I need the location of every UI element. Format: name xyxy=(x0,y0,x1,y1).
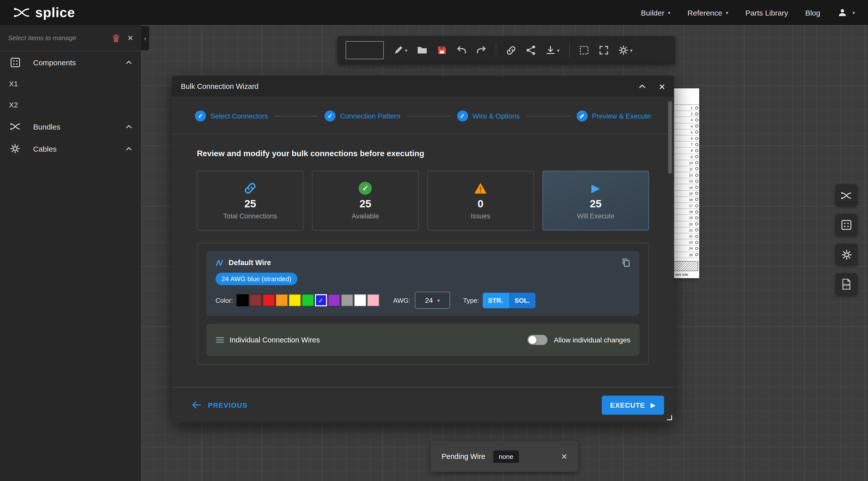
marquee-select-button[interactable] xyxy=(579,45,589,55)
color-swatch-red[interactable] xyxy=(262,294,275,306)
nav-builder[interactable]: Builder ▾ xyxy=(641,8,670,17)
stats-row: 25 Total Connections ✓ 25 Available 0 Is… xyxy=(197,171,649,230)
design-name-input[interactable] xyxy=(346,41,384,59)
previous-button[interactable]: PREVIOUS xyxy=(189,400,251,410)
stat-total-connections: 25 Total Connections xyxy=(197,171,304,230)
nav-blog-label: Blog xyxy=(805,8,820,17)
nav-reference[interactable]: Reference ▾ xyxy=(687,8,728,17)
play-icon: ▶ xyxy=(591,181,600,195)
sidebar-selection-bar: Select items to manage × xyxy=(0,25,141,51)
step-wire-options[interactable]: ✓ Wire & Options xyxy=(457,110,520,122)
pending-wire-label: Pending Wire xyxy=(441,452,485,460)
component-label: X1 xyxy=(9,80,18,88)
edit-tool-button[interactable]: ▾ xyxy=(393,45,407,55)
warning-icon xyxy=(474,181,487,195)
previous-label: PREVIOUS xyxy=(208,401,248,409)
stat-issues: 0 Issues xyxy=(427,171,534,230)
sidebar-item-label: Bundles xyxy=(33,122,126,131)
step-complete-icon: ✓ xyxy=(324,110,336,122)
step-label: Select Connectors xyxy=(211,112,268,120)
color-swatch-blue[interactable]: ✓ xyxy=(315,294,327,306)
step-select-connectors[interactable]: ✓ Select Connectors xyxy=(195,110,268,122)
link-button[interactable] xyxy=(506,45,516,56)
wire-icon xyxy=(216,259,223,266)
chevron-down-icon: ▾ xyxy=(668,10,670,15)
pdf-export-button[interactable]: PDF xyxy=(835,273,858,295)
share-button[interactable] xyxy=(526,45,536,55)
color-swatch-orange[interactable] xyxy=(276,294,287,306)
list-icon xyxy=(216,336,224,344)
sidebar-item-components[interactable]: Components xyxy=(0,51,141,73)
nav-parts-library[interactable]: Parts Library xyxy=(745,8,788,17)
execute-button[interactable]: EXECUTE ▶ xyxy=(601,395,664,414)
sidebar-item-bundles[interactable]: Bundles xyxy=(0,116,141,137)
divider xyxy=(172,134,674,134)
toolbar-divider xyxy=(569,43,569,57)
toast-close-button[interactable]: × xyxy=(561,451,567,461)
save-button[interactable] xyxy=(437,45,447,55)
fit-to-screen-button[interactable] xyxy=(599,45,609,55)
delete-selection-button[interactable] xyxy=(112,33,121,42)
modal-close-button[interactable]: × xyxy=(659,81,665,92)
cables-tool-button[interactable] xyxy=(835,244,858,266)
chevron-up-icon[interactable] xyxy=(126,124,132,129)
selection-placeholder: Select items to manage xyxy=(8,34,104,42)
color-swatch-gray[interactable] xyxy=(341,294,353,306)
bundles-tool-button[interactable] xyxy=(835,184,858,206)
settings-button[interactable]: ▾ xyxy=(618,45,632,55)
color-swatch-pink[interactable] xyxy=(367,294,379,306)
right-toolbar: PDF xyxy=(835,184,858,295)
color-swatch-purple[interactable] xyxy=(328,294,340,306)
download-button[interactable]: ▾ xyxy=(546,45,560,55)
type-stranded-button[interactable]: STR. xyxy=(483,292,508,308)
color-swatch-yellow[interactable] xyxy=(288,294,301,306)
modal-resize-handle[interactable] xyxy=(667,415,672,420)
color-swatch-green[interactable] xyxy=(302,294,314,306)
awg-select[interactable]: 24 ▾ xyxy=(415,292,450,309)
splice-logo[interactable]: splice xyxy=(13,5,75,20)
cables-icon xyxy=(9,143,21,154)
sidebar-collapse-button[interactable]: ‹ xyxy=(141,26,149,50)
chevron-up-icon[interactable] xyxy=(126,60,132,65)
stat-value: 25 xyxy=(590,198,601,210)
modal-collapse-button[interactable] xyxy=(638,84,646,89)
wire-controls-row: Color: ✓ AWG: 24 ▾ Type: STR. SOL. xyxy=(216,292,630,309)
nav-reference-label: Reference xyxy=(687,8,722,17)
wire-options-container: Default Wire 24 AWG blue (stranded) Colo… xyxy=(197,243,649,364)
chevron-down-icon: ▾ xyxy=(726,10,728,15)
color-swatch-white[interactable] xyxy=(354,294,366,306)
modal-title: Bulk Connection Wizard xyxy=(181,82,259,90)
components-tool-button[interactable] xyxy=(835,214,858,236)
top-nav-bar: splice Builder ▾ Reference ▾ Parts Libra… xyxy=(0,0,868,25)
type-solid-button[interactable]: SOL. xyxy=(508,292,535,308)
allow-individual-changes-toggle[interactable] xyxy=(528,335,548,345)
chevron-up-icon[interactable] xyxy=(126,147,132,151)
wizard-stepper: ✓ Select Connectors ✓ Connection Pattern… xyxy=(195,110,651,122)
open-folder-button[interactable] xyxy=(417,46,428,55)
sidebar-item-label: Components xyxy=(33,58,126,67)
redo-button[interactable] xyxy=(476,46,486,55)
sidebar-item-x1[interactable]: X1 xyxy=(0,73,141,94)
step-connector-line xyxy=(275,116,317,116)
bundles-icon xyxy=(9,123,21,131)
step-preview-execute[interactable]: Preview & Execute xyxy=(577,110,651,122)
copy-icon[interactable] xyxy=(621,258,630,267)
modal-header[interactable]: Bulk Connection Wizard × xyxy=(172,76,674,97)
svg-text:PDF: PDF xyxy=(843,283,850,287)
step-connector-line xyxy=(407,116,450,116)
clear-selection-button[interactable]: × xyxy=(128,32,133,43)
user-menu[interactable]: ▾ xyxy=(837,7,855,18)
modal-scrollbar-thumb[interactable] xyxy=(668,101,672,174)
color-label: Color: xyxy=(216,296,233,304)
color-swatch-black[interactable] xyxy=(236,294,248,306)
step-complete-icon: ✓ xyxy=(195,110,206,122)
individual-wires-label: Individual Connection Wires xyxy=(229,336,320,344)
step-label: Preview & Execute xyxy=(592,112,651,120)
step-connection-pattern[interactable]: ✓ Connection Pattern xyxy=(324,110,400,122)
sidebar-item-cables[interactable]: Cables xyxy=(0,137,141,160)
sidebar-item-x2[interactable]: X2 xyxy=(0,94,141,116)
toggle-label: Allow individual changes xyxy=(554,336,630,344)
nav-blog[interactable]: Blog xyxy=(805,8,820,17)
undo-button[interactable] xyxy=(457,46,467,55)
color-swatch-dark-red[interactable] xyxy=(249,294,261,306)
